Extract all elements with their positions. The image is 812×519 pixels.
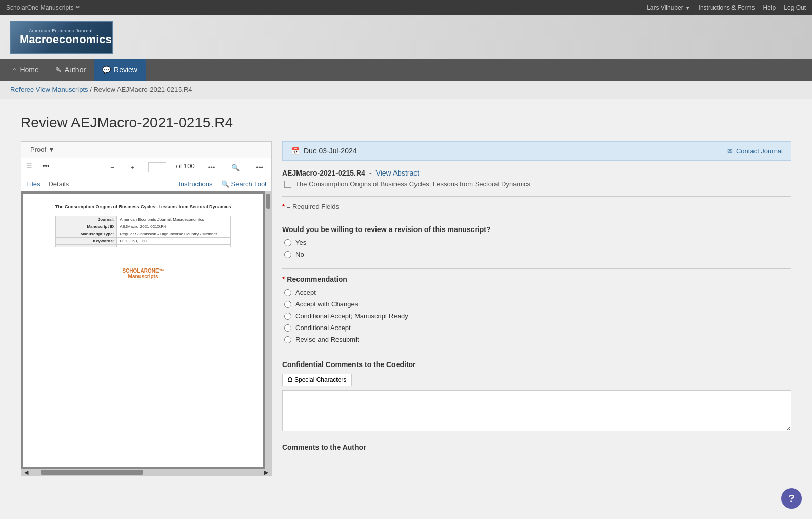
rec-conditional-accept-ready[interactable]: Conditional Accept; Manuscript Ready <box>284 312 791 320</box>
details-link[interactable]: Details <box>48 180 69 188</box>
rec-accept[interactable]: Accept <box>284 289 791 296</box>
top-bar: ScholarOne Manuscripts™ Lars Vilhuber ▼ … <box>0 0 812 15</box>
pencil-icon: ✎ <box>55 66 62 74</box>
table-row: Manuscript Type: Regular Submission - Hi… <box>55 230 230 237</box>
title-checkbox[interactable] <box>284 181 291 188</box>
meta-key <box>55 244 116 247</box>
breadcrumb-separator: / <box>90 86 92 93</box>
due-date-text: Due 03-Jul-2024 <box>304 147 357 155</box>
willing-review-section: Would you be willing to review a revisio… <box>282 225 791 258</box>
table-row <box>55 244 230 247</box>
instructions-link[interactable]: Instructions <box>179 180 212 188</box>
scroll-left-arrow[interactable]: ◀ <box>22 469 30 476</box>
pdf-extra-button[interactable]: ••• <box>253 162 266 172</box>
special-chars-label: Special Characters <box>294 376 346 383</box>
search-pdf-button[interactable]: 🔍 <box>228 162 243 172</box>
rec-revise-resubmit-radio[interactable] <box>284 336 291 343</box>
meta-value: Regular Submission - High Income Country… <box>117 230 231 237</box>
page-number-input[interactable]: 1 <box>148 162 166 172</box>
rec-conditional-accept[interactable]: Conditional Accept <box>284 324 791 332</box>
meta-value: C11, C50, E30 <box>117 237 231 244</box>
table-row: Keywords: C11, C50, E30 <box>55 237 230 244</box>
comments-author-label: Comments to the Author <box>282 443 791 451</box>
breadcrumb-parent[interactable]: Referee View Manuscripts <box>10 86 88 93</box>
help-button[interactable]: ? <box>781 488 802 509</box>
header-logo-area: American Economic Journal: Macroeconomic… <box>0 15 812 59</box>
willing-review-no-radio[interactable] <box>284 251 291 258</box>
nav-author[interactable]: ✎ Author <box>47 59 94 81</box>
breadcrumb-current: Review AEJMacro-2021-0215.R4 <box>93 86 192 93</box>
willing-review-yes-radio[interactable] <box>284 239 291 246</box>
recommendation-label: * Recommendation <box>282 275 791 283</box>
logout-link[interactable]: Log Out <box>784 4 806 11</box>
recommendation-options: Accept Accept with Changes Conditional A… <box>284 289 791 343</box>
confidential-comments-section: Confidential Comments to the Coeditor Ω … <box>282 360 791 433</box>
files-link[interactable]: Files <box>26 180 40 188</box>
required-note-text: = Required Fields <box>287 203 339 210</box>
rec-accept-radio[interactable] <box>284 289 291 296</box>
manuscript-id-line: AEJMacro-2021-0215.R4 - View Abstract <box>282 169 791 177</box>
recommendation-star: * <box>282 275 287 283</box>
zoom-in-button[interactable]: + <box>128 162 138 172</box>
meta-key: Manuscript ID <box>55 223 116 230</box>
review-icon: 💬 <box>102 66 111 74</box>
divider-4 <box>282 354 791 354</box>
pdf-more-options[interactable]: ••• <box>205 162 219 172</box>
scrollbar-thumb[interactable] <box>266 194 270 209</box>
help-link[interactable]: Help <box>763 4 776 11</box>
pdf-logo-line1: SCHOLARONE™ <box>33 268 253 274</box>
pdf-viewer-area: The Consumption Origins of Business Cycl… <box>21 191 271 469</box>
required-star: * <box>282 203 285 210</box>
envelope-icon: ✉ <box>727 147 733 155</box>
scroll-right-arrow[interactable]: ▶ <box>262 469 270 476</box>
proof-button[interactable]: Proof ▼ <box>26 145 59 155</box>
confidential-comments-textarea[interactable] <box>282 390 791 431</box>
rec-conditional-accept-label: Conditional Accept <box>295 324 351 332</box>
willing-review-no-label: No <box>295 251 304 258</box>
willing-review-yes-label: Yes <box>295 239 306 246</box>
journal-line2: Macroeconomics <box>19 33 104 46</box>
pdf-more-icon: ••• <box>43 162 50 172</box>
rec-conditional-accept-ready-radio[interactable] <box>284 313 291 320</box>
zoom-out-button[interactable]: − <box>107 162 117 172</box>
manuscript-title: The Consumption Origins of Business Cycl… <box>282 180 791 188</box>
rec-revise-resubmit[interactable]: Revise and Resubmit <box>284 336 791 343</box>
pdf-page: The Consumption Origins of Business Cycl… <box>23 194 263 467</box>
special-chars-button[interactable]: Ω Special Characters <box>282 374 352 386</box>
required-note: * = Required Fields <box>282 203 791 210</box>
manuscript-title-text: The Consumption Origins of Business Cycl… <box>295 180 530 188</box>
rec-accept-changes-radio[interactable] <box>284 301 291 308</box>
willing-review-no[interactable]: No <box>284 251 791 258</box>
rec-accept-changes[interactable]: Accept with Changes <box>284 300 791 308</box>
manuscript-dash: - <box>369 169 372 177</box>
willing-review-yes[interactable]: Yes <box>284 239 791 246</box>
search-tool-link[interactable]: 🔍 Search Tool <box>221 180 266 188</box>
meta-key: Journal: <box>55 216 116 223</box>
user-menu[interactable]: Lars Vilhuber ▼ <box>647 4 690 11</box>
horizontal-scrollbar[interactable]: ◀ ▶ <box>21 469 271 476</box>
two-col-layout: Proof ▼ ☰ ••• − + 1 of 100 ••• 🔍 ••• Fil… <box>21 141 791 476</box>
table-row: Manuscript ID AEJMacro-2021-0215.R4 <box>55 223 230 230</box>
pdf-toolbar: Proof ▼ <box>21 142 271 158</box>
rec-accept-changes-label: Accept with Changes <box>295 300 358 308</box>
rec-revise-resubmit-label: Revise and Resubmit <box>295 336 359 343</box>
contact-journal-link[interactable]: ✉ Contact Journal <box>727 147 783 155</box>
pdf-meta-table: Journal: American Economic Journal: Macr… <box>55 216 231 247</box>
nav-review-label: Review <box>114 66 137 74</box>
main-nav: ⌂ Home ✎ Author 💬 Review <box>0 59 812 81</box>
top-bar-actions: Lars Vilhuber ▼ Instructions & Forms Hel… <box>647 4 806 11</box>
view-abstract-link[interactable]: View Abstract <box>376 169 420 177</box>
nav-review[interactable]: 💬 Review <box>94 59 146 81</box>
nav-home[interactable]: ⌂ Home <box>4 59 47 81</box>
comments-author-section: Comments to the Author <box>282 443 791 451</box>
proof-label: Proof <box>30 146 46 153</box>
rec-conditional-accept-radio[interactable] <box>284 324 291 332</box>
calendar-icon: 📅 <box>291 147 300 155</box>
omega-icon: Ω <box>288 376 292 383</box>
table-row: Journal: American Economic Journal: Macr… <box>55 216 230 223</box>
horizontal-scrollbar-thumb[interactable] <box>41 470 143 475</box>
instructions-forms-link[interactable]: Instructions & Forms <box>699 4 755 11</box>
vertical-scrollbar[interactable] <box>265 191 271 469</box>
divider-1 <box>282 196 791 197</box>
due-bar: 📅 Due 03-Jul-2024 ✉ Contact Journal <box>282 141 791 161</box>
